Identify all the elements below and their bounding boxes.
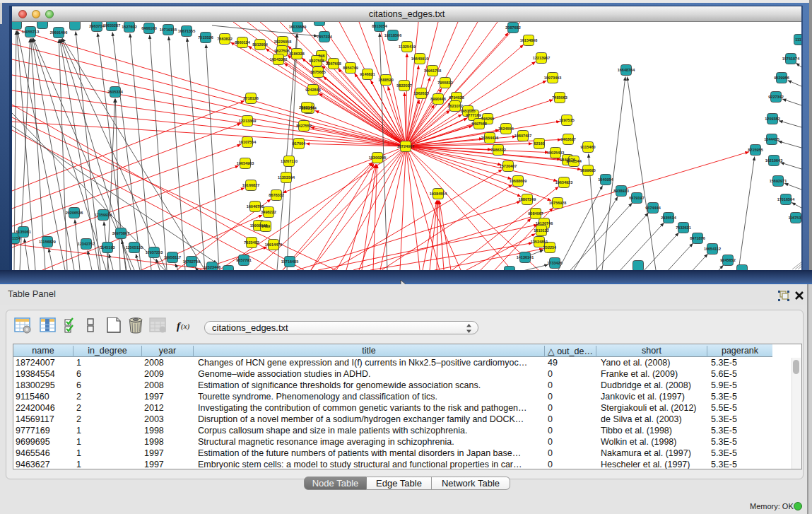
svg-text:8813054: 8813054 — [372, 24, 387, 28]
svg-text:8678332: 8678332 — [269, 193, 283, 197]
svg-text:9327508: 9327508 — [309, 59, 324, 63]
svg-text:9777169: 9777169 — [466, 113, 481, 117]
svg-text:6794028: 6794028 — [449, 95, 464, 100]
svg-text:12342757: 12342757 — [78, 242, 95, 246]
svg-text:16961758: 16961758 — [424, 69, 441, 73]
svg-text:16782759: 16782759 — [183, 259, 200, 264]
svg-text:8660124: 8660124 — [235, 40, 250, 45]
svg-text:9463627: 9463627 — [560, 137, 575, 141]
svg-text:15716485: 15716485 — [281, 259, 298, 264]
svg-text:1527602: 1527602 — [122, 25, 136, 29]
svg-text:2803144: 2803144 — [299, 105, 314, 110]
svg-text:2367608: 2367608 — [326, 62, 341, 66]
svg-text:3624554: 3624554 — [498, 127, 514, 131]
svg-text:1733426: 1733426 — [547, 261, 562, 265]
svg-text:9699695: 9699695 — [580, 168, 595, 173]
svg-text:1167533: 1167533 — [788, 216, 801, 220]
svg-text:18807249: 18807249 — [519, 197, 536, 201]
svg-text:9146821: 9146821 — [360, 72, 375, 76]
svg-text:8186328: 8186328 — [289, 52, 304, 56]
svg-text:16640910: 16640910 — [411, 57, 428, 61]
svg-text:11325419: 11325419 — [399, 45, 416, 49]
svg-text:1145193: 1145193 — [100, 245, 114, 250]
svg-text:10025433: 10025433 — [547, 151, 564, 155]
svg-text:19384554: 19384554 — [430, 192, 447, 196]
svg-text:8938923: 8938923 — [613, 189, 628, 193]
svg-text:11353594: 11353594 — [278, 175, 295, 180]
svg-text:18724007: 18724007 — [397, 144, 414, 148]
svg-text:12505135: 12505135 — [126, 245, 143, 250]
svg-text:10719155: 10719155 — [160, 28, 177, 32]
svg-text:9489: 9489 — [261, 224, 270, 228]
svg-text:17957253: 17957253 — [146, 250, 163, 255]
svg-text:15720407: 15720407 — [500, 164, 517, 168]
svg-text:10973493: 10973493 — [544, 76, 561, 80]
svg-text:7485063: 7485063 — [552, 95, 567, 100]
svg-text:746266: 746266 — [481, 117, 494, 121]
svg-text:10120746: 10120746 — [536, 221, 553, 226]
svg-text:1640954: 1640954 — [598, 177, 613, 182]
svg-text:16648784: 16648784 — [618, 68, 635, 72]
svg-text:19166827: 19166827 — [242, 183, 259, 187]
svg-text:10688609: 10688609 — [510, 179, 526, 183]
svg-text:917004: 917004 — [293, 141, 306, 146]
svg-text:13524851: 13524851 — [531, 240, 548, 244]
svg-text:8135061: 8135061 — [16, 230, 30, 234]
svg-text:2718126: 2718126 — [243, 96, 258, 100]
svg-text:12323446: 12323446 — [204, 265, 220, 269]
svg-text:30975867: 30975867 — [112, 231, 129, 235]
svg-text:1297515: 1297515 — [559, 118, 574, 122]
svg-text:12213967: 12213967 — [533, 56, 550, 60]
svg-text:17016504: 17016504 — [777, 197, 795, 201]
svg-text:9474444: 9474444 — [645, 206, 661, 210]
svg-text:15751074: 15751074 — [782, 57, 800, 61]
svg-text:7515526: 7515526 — [198, 35, 213, 40]
svg-text:252254: 252254 — [543, 245, 557, 250]
svg-text:1621072: 1621072 — [447, 104, 462, 108]
svg-text:16033809: 16033809 — [289, 25, 306, 29]
svg-text:6479197: 6479197 — [629, 196, 644, 200]
svg-text:15692971: 15692971 — [770, 179, 787, 183]
svg-text:14136141: 14136141 — [517, 255, 534, 259]
svg-text:7857224: 7857224 — [317, 35, 332, 39]
svg-text:16543382: 16543382 — [270, 57, 287, 62]
svg-text:8912954: 8912954 — [252, 42, 268, 47]
svg-text:6466160: 6466160 — [141, 26, 156, 30]
svg-text:1209382: 1209382 — [765, 117, 779, 121]
svg-text:14055713: 14055713 — [22, 30, 39, 34]
svg-text:3875685: 3875685 — [310, 70, 325, 74]
svg-text:9115460: 9115460 — [580, 145, 595, 149]
svg-text:(x): (x) — [181, 322, 190, 331]
svg-text:20691406: 20691406 — [50, 30, 67, 35]
svg-text:11156829: 11156829 — [39, 240, 56, 244]
svg-text:7663822: 7663822 — [217, 37, 232, 41]
svg-text:20364436: 20364436 — [481, 136, 498, 140]
svg-text:7955812: 7955812 — [437, 81, 452, 85]
svg-text:20206536: 20206536 — [66, 211, 83, 215]
svg-text:16046788: 16046788 — [247, 204, 264, 209]
svg-text:17359934: 17359934 — [95, 213, 112, 217]
svg-text:5822037: 5822037 — [396, 83, 411, 88]
svg-text:16914479: 16914479 — [265, 243, 282, 247]
svg-text:62160: 62160 — [534, 141, 544, 146]
svg-text:10958117: 10958117 — [164, 255, 181, 259]
svg-text:7986322: 7986322 — [490, 148, 505, 152]
svg-text:10655287: 10655287 — [103, 23, 120, 28]
svg-text:8454749: 8454749 — [343, 66, 358, 70]
svg-text:9242848: 9242848 — [305, 88, 320, 92]
svg-text:12213369: 12213369 — [239, 119, 256, 123]
svg-text:18300295: 18300295 — [369, 156, 386, 160]
svg-text:8427552: 8427552 — [296, 124, 311, 128]
svg-text:9827506: 9827506 — [274, 49, 289, 53]
svg-text:7632621: 7632621 — [676, 226, 690, 230]
svg-text:1588520: 1588520 — [378, 78, 393, 82]
svg-text:1117: 1117 — [795, 37, 801, 42]
svg-text:1362615: 1362615 — [413, 91, 428, 95]
svg-text:2605334: 2605334 — [107, 90, 123, 94]
svg-text:8215955: 8215955 — [748, 148, 763, 152]
svg-text:9227342: 9227342 — [768, 95, 783, 99]
svg-text:10756928: 10756928 — [549, 201, 566, 205]
svg-text:9529966: 9529966 — [774, 76, 789, 80]
svg-text:13267110: 13267110 — [281, 159, 298, 163]
svg-text:6497568: 6497568 — [471, 122, 486, 126]
